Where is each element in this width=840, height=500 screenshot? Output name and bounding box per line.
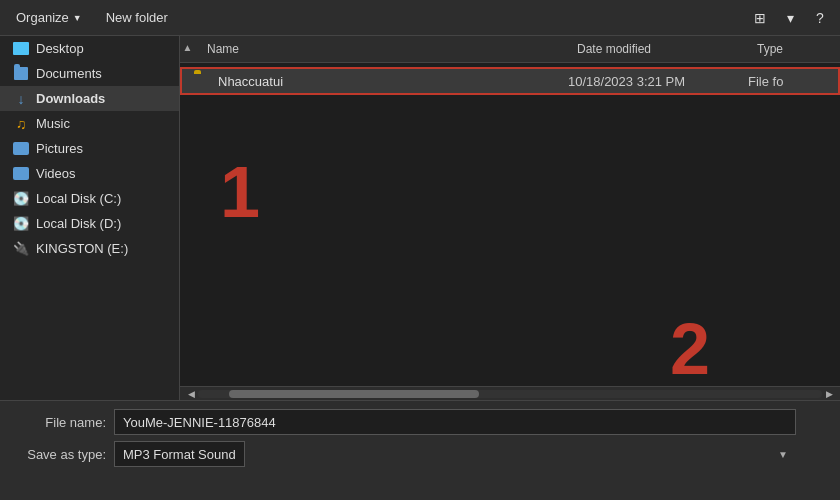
sidebar-label-local-d: Local Disk (D:): [36, 216, 121, 231]
sidebar-item-downloads[interactable]: ↓ Downloads: [0, 86, 179, 111]
col-header-name[interactable]: Name: [195, 40, 565, 58]
sidebar-item-music[interactable]: ♫ Music: [0, 111, 179, 136]
savetype-row: Save as type: MP3 Format Sound ▼: [16, 441, 824, 467]
scroll-left-arrow[interactable]: ◀: [184, 387, 198, 401]
bottom-form: File name: Save as type: MP3 Format Soun…: [0, 400, 840, 500]
scroll-right-arrow[interactable]: ▶: [822, 387, 836, 401]
savetype-label: Save as type:: [16, 447, 106, 462]
organize-button[interactable]: Organize ▼: [8, 7, 90, 28]
col-header-date[interactable]: Date modified: [565, 40, 745, 58]
sidebar-label-desktop: Desktop: [36, 41, 84, 56]
view-icon[interactable]: ⊞: [748, 6, 772, 30]
videos-icon: [12, 167, 30, 181]
help-icon[interactable]: ?: [808, 6, 832, 30]
sidebar-label-pictures: Pictures: [36, 141, 83, 156]
sidebar-label-music: Music: [36, 116, 70, 131]
savetype-wrapper: MP3 Format Sound ▼: [114, 441, 796, 467]
column-headers: ▲ Name Date modified Type: [180, 36, 840, 63]
music-icon: ♫: [12, 117, 30, 131]
savetype-select[interactable]: MP3 Format Sound: [114, 441, 245, 467]
sort-arrow-icon: ▲: [180, 40, 195, 58]
scroll-track: [198, 390, 822, 398]
sidebar-item-videos[interactable]: Videos: [0, 161, 179, 186]
file-area: ▲ Name Date modified Type Nhaccuatui 10/…: [180, 36, 840, 400]
sidebar-item-desktop[interactable]: Desktop: [0, 36, 179, 61]
filename-input[interactable]: [114, 409, 796, 435]
file-date: 10/18/2023 3:21 PM: [568, 74, 748, 89]
sidebar: Desktop Documents ↓ Downloads ♫ Music: [0, 36, 180, 400]
file-name: Nhaccuatui: [218, 74, 568, 89]
sidebar-item-local-d[interactable]: 💽 Local Disk (D:): [0, 211, 179, 236]
documents-icon: [12, 67, 30, 81]
main-area: Desktop Documents ↓ Downloads ♫ Music: [0, 36, 840, 400]
new-folder-label: New folder: [106, 10, 168, 25]
col-header-type[interactable]: Type: [745, 40, 840, 58]
sidebar-label-local-c: Local Disk (C:): [36, 191, 121, 206]
table-row[interactable]: Nhaccuatui 10/18/2023 3:21 PM File fo: [180, 67, 840, 95]
sidebar-item-local-c[interactable]: 💽 Local Disk (C:): [0, 186, 179, 211]
view-dropdown-icon[interactable]: ▾: [778, 6, 802, 30]
file-list: Nhaccuatui 10/18/2023 3:21 PM File fo: [180, 63, 840, 386]
savetype-chevron-icon: ▼: [778, 449, 788, 460]
horizontal-scrollbar[interactable]: ◀ ▶: [180, 386, 840, 400]
filename-label: File name:: [16, 415, 106, 430]
new-folder-button[interactable]: New folder: [98, 7, 176, 28]
sidebar-label-videos: Videos: [36, 166, 76, 181]
sidebar-label-documents: Documents: [36, 66, 102, 81]
desktop-icon: [12, 42, 30, 56]
scroll-thumb: [229, 390, 479, 398]
toolbar: Organize ▼ New folder ⊞ ▾ ?: [0, 0, 840, 36]
sidebar-item-pictures[interactable]: Pictures: [0, 136, 179, 161]
downloads-icon: ↓: [12, 92, 30, 106]
file-type: File fo: [748, 74, 826, 89]
kingston-e-icon: 🔌: [12, 242, 30, 256]
sidebar-label-kingston-e: KINGSTON (E:): [36, 241, 128, 256]
pictures-icon: [12, 142, 30, 156]
sidebar-item-documents[interactable]: Documents: [0, 61, 179, 86]
organize-label: Organize: [16, 10, 69, 25]
filename-row: File name:: [16, 409, 824, 435]
local-disk-c-icon: 💽: [12, 192, 30, 206]
folder-gold-icon: [194, 73, 212, 89]
sidebar-label-downloads: Downloads: [36, 91, 105, 106]
organize-chevron-icon: ▼: [73, 13, 82, 23]
local-disk-d-icon: 💽: [12, 217, 30, 231]
toolbar-right: ⊞ ▾ ?: [748, 6, 832, 30]
sidebar-item-kingston-e[interactable]: 🔌 KINGSTON (E:): [0, 236, 179, 261]
